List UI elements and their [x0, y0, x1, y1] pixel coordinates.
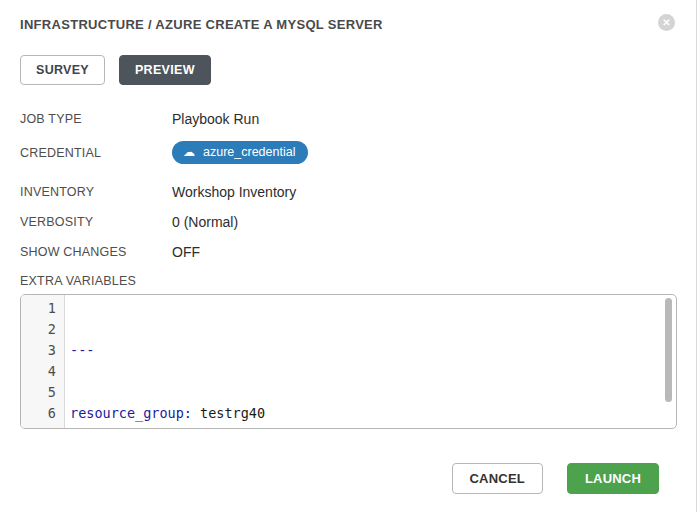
line-number: 4 [21, 361, 56, 382]
close-icon[interactable]: ✕ [658, 14, 675, 31]
detail-row-verbosity: VERBOSITY 0 (Normal) [20, 214, 676, 230]
editor-scrollbar-thumb[interactable] [665, 298, 672, 402]
verbosity-label: VERBOSITY [20, 215, 172, 229]
credential-badge-label: azure_credential [203, 145, 295, 159]
job-type-label: JOB TYPE [20, 112, 172, 126]
show-changes-label: SHOW CHANGES [20, 245, 172, 259]
line-number: 6 [21, 403, 56, 424]
tab-preview[interactable]: PREVIEW [119, 55, 211, 85]
inventory-value: Workshop Inventory [172, 184, 296, 200]
credential-label: CREDENTIAL [20, 146, 172, 160]
editor-code-area[interactable]: --- resource_group: testrg40 location: e… [65, 295, 676, 428]
line-number: 2 [21, 319, 56, 340]
page-title: INFRASTRUCTURE / AZURE CREATE A MYSQL SE… [20, 14, 383, 32]
extra-variables-label: EXTRA VARIABLES [20, 274, 676, 288]
tab-bar: SURVEY PREVIEW [20, 55, 676, 85]
job-details: JOB TYPE Playbook Run CREDENTIAL ☁ azure… [20, 111, 676, 260]
line-number: 3 [21, 340, 56, 361]
line-number: 5 [21, 382, 56, 403]
launch-button[interactable]: LAUNCH [567, 463, 659, 494]
code-line: --- [70, 340, 676, 361]
show-changes-value: OFF [172, 244, 200, 260]
job-type-value: Playbook Run [172, 111, 259, 127]
code-line: resource_group: testrg40 [70, 403, 676, 424]
dialog-header: INFRASTRUCTURE / AZURE CREATE A MYSQL SE… [20, 14, 676, 32]
extra-variables-editor[interactable]: 1 2 3 4 5 6 7 --- resource_group: testrg… [20, 294, 677, 429]
detail-row-show-changes: SHOW CHANGES OFF [20, 244, 676, 260]
close-x-glyph: ✕ [662, 18, 670, 28]
job-launch-preview-dialog: INFRASTRUCTURE / AZURE CREATE A MYSQL SE… [0, 0, 697, 512]
dialog-footer: CANCEL LAUNCH [20, 463, 676, 494]
detail-row-job-type: JOB TYPE Playbook Run [20, 111, 676, 127]
detail-row-inventory: INVENTORY Workshop Inventory [20, 184, 676, 200]
credential-badge[interactable]: ☁ azure_credential [172, 141, 308, 164]
cancel-button[interactable]: CANCEL [452, 463, 543, 494]
line-number: 1 [21, 298, 56, 319]
verbosity-value: 0 (Normal) [172, 214, 238, 230]
line-number: 7 [21, 424, 56, 429]
inventory-label: INVENTORY [20, 185, 172, 199]
detail-row-credential: CREDENTIAL ☁ azure_credential [20, 141, 676, 164]
cloud-icon: ☁ [183, 146, 195, 158]
editor-line-number-gutter: 1 2 3 4 5 6 7 [21, 295, 65, 428]
tab-survey[interactable]: SURVEY [20, 55, 105, 85]
